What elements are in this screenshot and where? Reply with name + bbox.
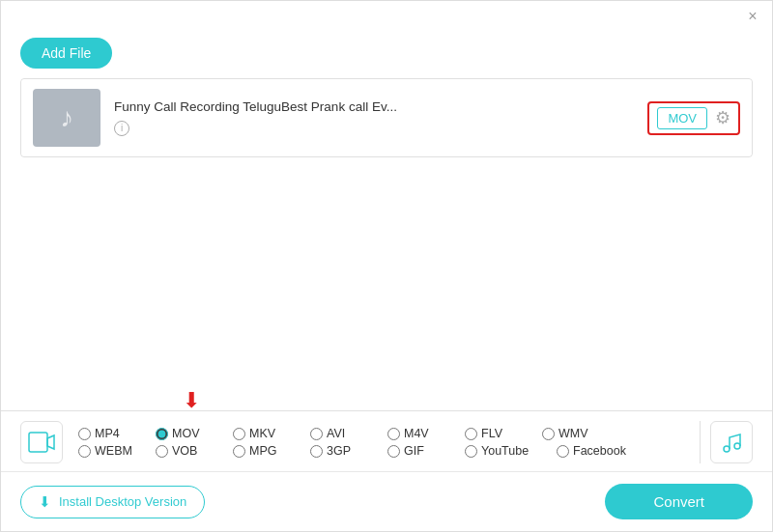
radio-m4v[interactable] [387, 428, 400, 440]
radio-webm[interactable] [78, 445, 91, 458]
format-m4v[interactable]: M4V [387, 427, 465, 440]
format-mkv[interactable]: MKV [233, 427, 310, 440]
file-item: ♪ Funny Call Recording TeluguBest Prank … [21, 79, 752, 156]
middle-area [1, 157, 772, 350]
radio-wmv[interactable] [542, 428, 555, 440]
radio-youtube[interactable] [465, 445, 477, 458]
radio-gif[interactable] [387, 445, 400, 458]
download-icon: ⬇ [39, 493, 51, 511]
format-webm-label: WEBM [95, 444, 132, 458]
title-bar: × [1, 1, 772, 32]
format-mov-label: MOV [172, 427, 199, 440]
format-m4v-label: M4V [404, 427, 429, 440]
format-avi-label: AVI [327, 427, 345, 440]
format-facebook[interactable]: Facebook [557, 444, 648, 458]
format-vob[interactable]: VOB [156, 444, 233, 458]
format-mpg-label: MPG [249, 444, 276, 458]
audio-format-icon[interactable] [710, 421, 753, 463]
svg-point-3 [734, 443, 740, 449]
radio-facebook[interactable] [557, 445, 569, 458]
radio-mkv[interactable] [233, 428, 245, 440]
file-actions: MOV ⚙ [647, 101, 740, 135]
radio-mov[interactable] [156, 428, 168, 440]
format-3gp[interactable]: 3GP [310, 444, 387, 458]
format-mp4[interactable]: MP4 [78, 427, 156, 440]
format-youtube[interactable]: YouTube [465, 444, 557, 458]
arrow-down-indicator: ⬇ [183, 390, 200, 411]
header-area: Add File [1, 32, 772, 78]
format-mp4-label: MP4 [95, 427, 120, 440]
format-mpg[interactable]: MPG [233, 444, 310, 458]
file-info: Funny Call Recording TeluguBest Prank ca… [114, 99, 647, 136]
format-3gp-label: 3GP [327, 444, 351, 458]
format-avi[interactable]: AVI [310, 427, 387, 440]
radio-flv[interactable] [465, 428, 477, 440]
radio-3gp[interactable] [310, 445, 323, 458]
format-gif[interactable]: GIF [387, 444, 465, 458]
file-list-area: ♪ Funny Call Recording TeluguBest Prank … [20, 78, 753, 157]
radio-mp4[interactable] [78, 428, 91, 440]
file-name: Funny Call Recording TeluguBest Prank ca… [114, 99, 647, 114]
radio-mpg[interactable] [233, 445, 245, 458]
add-file-button[interactable]: Add File [20, 38, 112, 69]
format-divider [700, 421, 701, 463]
format-webm[interactable]: WEBM [78, 444, 156, 458]
music-icon: ♪ [60, 102, 73, 133]
info-button[interactable]: i [114, 121, 129, 136]
install-desktop-button[interactable]: ⬇ Install Desktop Version [20, 486, 205, 518]
format-vob-label: VOB [172, 444, 197, 458]
format-mov[interactable]: MOV [156, 427, 233, 440]
svg-marker-1 [47, 435, 54, 449]
format-flv-label: FLV [481, 427, 502, 440]
format-badge[interactable]: MOV [657, 107, 707, 129]
convert-button[interactable]: Convert [605, 484, 753, 519]
file-thumbnail: ♪ [33, 89, 100, 147]
footer-area: ⬇ Install Desktop Version Convert [1, 471, 772, 531]
format-flv[interactable]: FLV [465, 427, 542, 440]
install-label: Install Desktop Version [59, 494, 186, 509]
svg-rect-0 [29, 433, 47, 452]
video-format-icon [20, 421, 63, 463]
close-button[interactable]: × [745, 9, 760, 24]
format-mkv-label: MKV [249, 427, 275, 440]
settings-icon[interactable]: ⚙ [715, 107, 730, 128]
radio-avi[interactable] [310, 428, 323, 440]
format-gif-label: GIF [404, 444, 424, 458]
svg-point-2 [724, 446, 730, 452]
format-facebook-label: Facebook [573, 444, 626, 458]
format-wmv-label: WMV [558, 427, 588, 440]
format-wmv[interactable]: WMV [542, 427, 619, 440]
radio-vob[interactable] [156, 445, 168, 458]
format-youtube-label: YouTube [481, 444, 529, 458]
format-area: ⬇ MP4 MOV MKV AVI M4V [1, 410, 772, 473]
